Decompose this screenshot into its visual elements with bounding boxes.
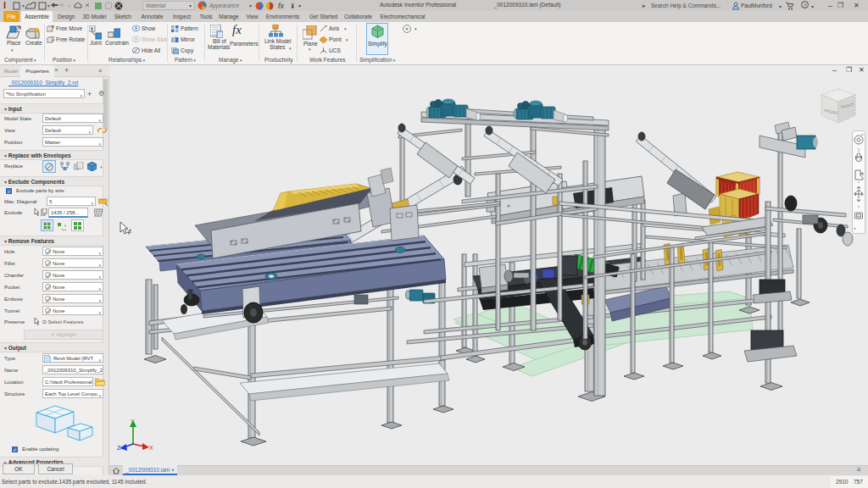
svg-text:Y: Y — [131, 419, 135, 424]
svg-text:X: X — [149, 445, 153, 451]
svg-text:Z: Z — [117, 445, 121, 451]
